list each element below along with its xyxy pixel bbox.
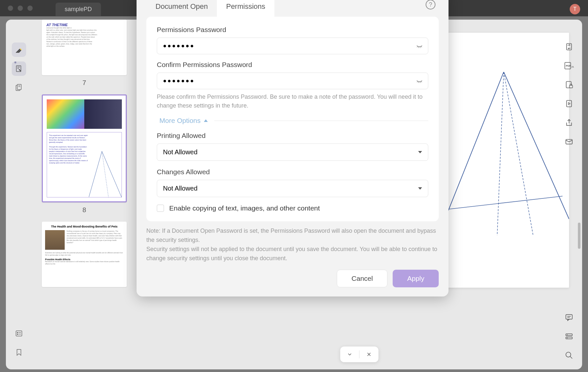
page-prism-diagram xyxy=(438,72,569,235)
search-tool[interactable] xyxy=(565,351,573,360)
svg-line-14 xyxy=(102,151,108,197)
svg-rect-10 xyxy=(17,334,18,335)
document-pen-icon xyxy=(15,65,23,73)
thumb-8-images xyxy=(47,99,122,129)
thumb-7-title: AT THETIME xyxy=(46,23,122,27)
thumbnail-page-8[interactable]: This experiment can be repeated over and… xyxy=(42,94,127,202)
form-tool[interactable] xyxy=(12,326,26,341)
dropdown-arrow-icon xyxy=(418,151,422,153)
changes-select[interactable]: Not Allowed xyxy=(157,180,428,197)
highlighter-icon xyxy=(15,45,23,54)
file-tab[interactable]: samplePD xyxy=(56,3,101,16)
thumbnail-page-7[interactable]: AT THETIME everyone thought that white l… xyxy=(42,20,127,75)
enable-copying-label: Enable copying of text, images, and othe… xyxy=(169,204,320,212)
window-controls xyxy=(8,6,33,11)
page-7-label: 7 xyxy=(42,79,127,87)
help-button[interactable]: ? xyxy=(426,0,435,9)
close-window-icon[interactable] xyxy=(8,6,13,11)
printing-value: Not Allowed xyxy=(163,148,198,156)
svg-text:PDF: PDF xyxy=(566,64,571,67)
permissions-password-label: Permissions Password xyxy=(157,26,428,34)
svg-line-43 xyxy=(420,82,420,83)
minimize-window-icon[interactable] xyxy=(18,6,23,11)
modal-content: Permissions Password Confirm Permissions… xyxy=(146,17,439,221)
svg-rect-4 xyxy=(17,84,21,90)
more-options-toggle[interactable]: More Options xyxy=(157,117,208,125)
page-8-label: 8 xyxy=(42,206,127,214)
lock-document-icon xyxy=(565,80,573,89)
left-toolbar-bottom xyxy=(6,326,32,360)
chevron-down-icon[interactable] xyxy=(347,351,353,357)
comment-icon xyxy=(565,313,573,322)
share-icon xyxy=(565,118,573,127)
pages-tool[interactable] xyxy=(12,80,26,95)
convert-tool[interactable] xyxy=(565,42,573,51)
user-avatar[interactable]: T xyxy=(570,4,580,14)
tab-permissions[interactable]: Permissions xyxy=(217,0,274,17)
note-1: Note: If a Document Open Password is set… xyxy=(146,227,439,245)
bottom-toolbar xyxy=(340,347,379,362)
email-tool[interactable] xyxy=(565,137,573,146)
thumb-7-text: everyone thought that white light wlight… xyxy=(46,27,122,47)
divider xyxy=(359,350,360,358)
close-icon[interactable] xyxy=(366,351,372,357)
divider-line xyxy=(214,121,428,121)
svg-line-42 xyxy=(418,82,419,83)
svg-line-17 xyxy=(497,72,504,235)
form-icon xyxy=(15,330,23,337)
pdfa-tool[interactable]: PDF/A xyxy=(564,61,574,70)
thumb-8-text: This experiment can be repeated over and… xyxy=(49,134,88,164)
svg-line-44 xyxy=(421,81,422,82)
cat-image xyxy=(45,230,65,250)
svg-rect-32 xyxy=(566,337,572,339)
confirm-password-input[interactable] xyxy=(157,73,428,89)
toggle-confirm-password-icon[interactable] xyxy=(416,77,423,85)
svg-rect-25 xyxy=(569,85,573,88)
apply-button[interactable]: Apply xyxy=(393,270,439,287)
right-toolbar-bottom xyxy=(556,313,582,360)
svg-line-41 xyxy=(417,81,418,82)
svg-line-39 xyxy=(420,47,420,48)
maximize-window-icon[interactable] xyxy=(27,6,33,11)
active-indicator xyxy=(14,61,16,63)
svg-rect-20 xyxy=(566,43,571,50)
svg-text:/A: /A xyxy=(571,65,574,68)
svg-line-19 xyxy=(448,196,563,209)
highlighter-tool[interactable] xyxy=(12,42,26,57)
thumb-9-title: The Health and Mood-Boosting Benefits of… xyxy=(45,225,123,228)
display-tool[interactable] xyxy=(565,332,573,341)
tab-document-open[interactable]: Document Open xyxy=(146,0,217,17)
share-tool[interactable] xyxy=(565,118,573,127)
svg-rect-7 xyxy=(16,331,22,336)
mail-icon xyxy=(565,137,573,146)
security-tool[interactable] xyxy=(565,80,573,89)
triangle-up-icon xyxy=(204,119,208,122)
tab-bar: samplePD xyxy=(56,3,101,16)
thumbnail-panel[interactable]: AT THETIME everyone thought that white l… xyxy=(32,20,137,369)
comment-tool[interactable] xyxy=(565,313,573,322)
svg-line-36 xyxy=(570,356,572,359)
thumb-9-subtitle: Possible Health Effects xyxy=(45,258,123,261)
bookmark-tool[interactable] xyxy=(12,345,26,360)
toggle-password-icon[interactable] xyxy=(416,42,423,50)
bookmark-icon xyxy=(15,348,23,356)
slideshow-tool[interactable] xyxy=(565,99,573,108)
pages-icon xyxy=(15,84,23,92)
pdfa-icon: PDF/A xyxy=(564,61,574,70)
modal-note: Note: If a Document Open Password is set… xyxy=(137,227,449,270)
enable-copying-checkbox[interactable] xyxy=(157,205,164,212)
permissions-modal: Document Open Permissions ? Permissions … xyxy=(137,0,449,296)
svg-point-35 xyxy=(566,352,571,357)
permissions-password-input[interactable] xyxy=(157,38,428,54)
svg-point-33 xyxy=(567,334,568,335)
confirm-password-label: Confirm Permissions Password xyxy=(157,61,428,69)
thumbnail-page-9[interactable]: The Health and Mood-Boosting Benefits of… xyxy=(42,222,127,287)
printing-select[interactable]: Not Allowed xyxy=(157,144,428,161)
annotation-tool[interactable] xyxy=(12,61,26,76)
changes-value: Not Allowed xyxy=(163,185,198,192)
search-icon xyxy=(565,351,573,360)
svg-line-38 xyxy=(418,47,419,48)
left-toolbar xyxy=(6,20,32,369)
svg-rect-28 xyxy=(566,314,572,319)
cancel-button[interactable]: Cancel xyxy=(337,270,387,287)
